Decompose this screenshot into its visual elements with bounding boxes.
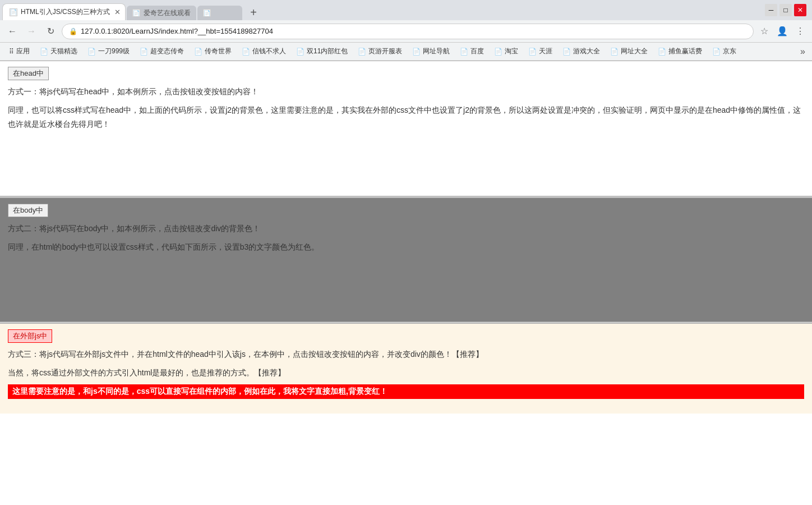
back-button[interactable]: ←: [4, 24, 20, 39]
section3-button-label: 在外部js中: [8, 329, 52, 343]
tab-close-button[interactable]: ✕: [114, 8, 121, 16]
tab3-favicon: 📄: [203, 9, 211, 17]
bookmark-chaobiantai[interactable]: 📄 超变态传奇: [135, 45, 188, 57]
tab-favicon: 📄: [10, 8, 17, 16]
bookmark-tianya[interactable]: 📄 天涯: [524, 45, 557, 57]
bookmark-taobao[interactable]: 📄 淘宝: [490, 45, 523, 57]
bookmark-zhuayu-label: 捕鱼赢话费: [668, 47, 702, 56]
bookmark-wangdaquan-label: 网址大全: [621, 47, 648, 56]
section-body: 在body中 方式二：将js代码写在body中，如本例所示，点击按钮改变div的…: [0, 198, 812, 322]
bookmark-chuanqi[interactable]: 📄 传奇世界: [190, 45, 236, 57]
bookmark-star-button[interactable]: ☆: [757, 24, 772, 39]
bookmark-xinqian-label: 信钱不求人: [252, 47, 286, 56]
bookmark-jingdong[interactable]: 📄 京东: [708, 45, 741, 57]
window-controls: ─ □ ✕: [765, 4, 810, 16]
bookmark-apps-label: 应用: [16, 47, 30, 56]
bookmarks-more-button[interactable]: »: [798, 47, 808, 57]
bookmark-wangzhi[interactable]: 📄 网址导航: [408, 45, 454, 57]
bookmark-chaobiantai-label: 超变态传奇: [150, 47, 184, 56]
bookmark-wangzhi-label: 网址导航: [423, 47, 450, 56]
bookmark-shuang11[interactable]: 📄 双11内部红包: [292, 45, 352, 57]
title-bar: 📄 HTML引入JS/CSS的三种方式 ✕ 📄 爱奇艺在线观看 📄 + ─ □ …: [0, 0, 812, 20]
doc-icon-14: 📄: [658, 48, 666, 56]
bookmark-youwan[interactable]: 📄 页游开服表: [353, 45, 407, 57]
section1-text2: 同理，也可以将css样式写在head中，如上面的代码所示，设置j2的背景色，这里…: [8, 103, 804, 131]
menu-button[interactable]: ⋮: [793, 24, 808, 39]
new-tab-button[interactable]: +: [246, 4, 261, 20]
bookmark-wangdaquan[interactable]: 📄 网址大全: [606, 45, 652, 57]
bookmark-baidu-label: 百度: [470, 47, 484, 56]
url-text: 127.0.0.1:8020/LearnJS/index.html?__hbt=…: [81, 27, 273, 35]
forward-button[interactable]: →: [24, 24, 39, 39]
bookmark-apps[interactable]: ⠿ 应用: [4, 45, 34, 57]
secure-icon: 🔒: [69, 27, 77, 35]
page-content: 在head中 方式一：将js代码写在head中，如本例所示，点击按钮改变按钮的内…: [0, 61, 812, 414]
doc-icon-2: 📄: [87, 48, 96, 56]
user-account-button[interactable]: 👤: [775, 24, 790, 39]
bookmark-jingdong-label: 京东: [723, 47, 736, 56]
section2-button[interactable]: 在body中: [8, 204, 804, 222]
tab-active[interactable]: 📄 HTML引入JS/CSS的三种方式 ✕: [2, 3, 126, 20]
bookmark-chuanqi-label: 传奇世界: [205, 47, 232, 56]
section1-button-label: 在head中: [8, 67, 49, 80]
tab2-label: 爱奇艺在线观看: [144, 8, 191, 18]
bookmark-zhuayu[interactable]: 📄 捕鱼赢话费: [653, 45, 707, 57]
section3-button[interactable]: 在外部js中: [8, 329, 804, 347]
apps-icon: ⠿: [9, 48, 14, 56]
section1-text1: 方式一：将js代码写在head中，如本例所示，点击按钮改变按钮的内容！: [8, 85, 804, 99]
doc-icon-6: 📄: [296, 48, 304, 56]
section2-text1: 方式二：将js代码写在body中，如本例所示，点击按钮改变div的背景色！: [8, 222, 804, 236]
bookmark-youwan-label: 页游开服表: [368, 47, 402, 56]
maximize-button[interactable]: □: [779, 4, 792, 16]
doc-icon-15: 📄: [712, 48, 721, 56]
bookmark-xinqian[interactable]: 📄 信钱不求人: [237, 45, 290, 57]
bookmark-tianjing-label: 天猫精选: [50, 47, 77, 56]
doc-icon-3: 📄: [140, 48, 148, 56]
doc-icon-13: 📄: [610, 48, 619, 56]
doc-icon-4: 📄: [194, 48, 202, 56]
bookmark-yi999-label: 一刀999级: [98, 47, 130, 56]
doc-icon-12: 📄: [562, 48, 571, 56]
bookmark-yi999[interactable]: 📄 一刀999级: [83, 45, 134, 57]
tab-inactive-3[interactable]: 📄: [197, 6, 242, 20]
browser-chrome: 📄 HTML引入JS/CSS的三种方式 ✕ 📄 爱奇艺在线观看 📄 + ─ □ …: [0, 0, 812, 61]
tab2-favicon: 📄: [132, 9, 140, 17]
bookmark-taobao-label: 淘宝: [505, 47, 518, 56]
doc-icon-11: 📄: [528, 48, 537, 56]
inline-red-bar: 这里需要注意的是，和js不同的是，css可以直接写在组件的内部，例如在此，我将文…: [8, 384, 804, 399]
section2-text2: 同理，在html的body中也可以设置css样式，代码如下面所示，设置b3的文字…: [8, 240, 804, 254]
doc-icon-7: 📄: [358, 48, 366, 56]
doc-icon-10: 📄: [494, 48, 502, 56]
section3-text2: 当然，将css通过外部文件的方式引入html是最好的，也是推荐的方式。【推荐】: [8, 366, 804, 380]
doc-icon-9: 📄: [460, 48, 468, 56]
bookmark-shuang11-label: 双11内部红包: [307, 47, 348, 56]
tab-label: HTML引入JS/CSS的三种方式: [21, 7, 110, 17]
section-head: 在head中 方式一：将js代码写在head中，如本例所示，点击按钮改变按钮的内…: [0, 61, 812, 196]
tab-bar: 📄 HTML引入JS/CSS的三种方式 ✕ 📄 爱奇艺在线观看 📄 +: [2, 0, 765, 20]
bookmarks-bar: ⠿ 应用 📄 天猫精选 📄 一刀999级 📄 超变态传奇 📄 传奇世界 📄 信钱…: [0, 43, 812, 61]
reload-button[interactable]: ↻: [43, 24, 58, 39]
minimize-button[interactable]: ─: [765, 4, 777, 16]
bookmark-baidu[interactable]: 📄 百度: [455, 45, 488, 57]
url-bar-right: ☆ 👤 ⋮: [757, 24, 808, 39]
bookmark-tianjing[interactable]: 📄 天猫精选: [35, 45, 82, 57]
section2-button-label: 在body中: [8, 204, 48, 217]
tab-inactive-2[interactable]: 📄 爱奇艺在线观看: [127, 6, 196, 20]
section-external-js: 在外部js中 方式三：将js代码写在外部js文件中，并在html文件的head中…: [0, 324, 812, 414]
bookmark-youxi-label: 游戏大全: [573, 47, 600, 56]
section1-button[interactable]: 在head中: [8, 67, 804, 85]
section3-text1: 方式三：将js代码写在外部js文件中，并在html文件的head中引入该js，在…: [8, 347, 804, 361]
close-button[interactable]: ✕: [794, 4, 806, 16]
doc-icon-5: 📄: [242, 48, 250, 56]
bookmark-tianya-label: 天涯: [539, 47, 552, 56]
url-bar[interactable]: 🔒 127.0.0.1:8020/LearnJS/index.html?__hb…: [62, 24, 754, 39]
address-bar: ← → ↻ 🔒 127.0.0.1:8020/LearnJS/index.htm…: [0, 20, 812, 43]
bookmark-youxi[interactable]: 📄 游戏大全: [558, 45, 605, 57]
doc-icon-8: 📄: [412, 48, 421, 56]
doc-icon-1: 📄: [40, 48, 48, 56]
